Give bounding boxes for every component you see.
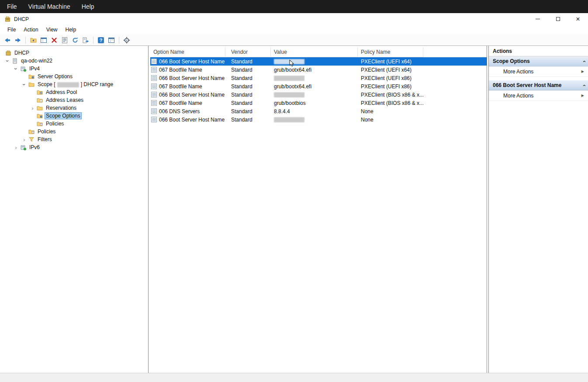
vendor-cell: Standard — [225, 59, 271, 65]
titlebar: DHCP × — [0, 13, 588, 25]
action-group-header-label: Scope Options — [493, 58, 530, 64]
expander-icon[interactable]: › — [21, 82, 28, 87]
vm-menubar: File Virtual Machine Help — [0, 0, 588, 13]
dhcp-root-icon — [4, 50, 12, 56]
delete-button[interactable] — [49, 35, 59, 45]
vm-menu-virtual-machine[interactable]: Virtual Machine — [23, 0, 76, 13]
option-name-cell: 066 Boot Server Host Name — [150, 92, 225, 98]
submenu-arrow-icon: ▶ — [581, 69, 584, 73]
tree-item-label: DHCP — [13, 49, 31, 56]
option-row[interactable]: 067 Bootfile Name Standard grub/bootx64.… — [150, 82, 487, 90]
collapse-chevron-icon[interactable]: › — [583, 58, 585, 65]
folder-up-icon — [30, 37, 37, 43]
expander-icon[interactable]: › — [29, 105, 36, 111]
value-cell: grub/bootx64.efi — [271, 83, 358, 90]
help-button[interactable]: ? — [96, 35, 106, 45]
close-icon: × — [576, 16, 580, 23]
option-row[interactable]: 067 Bootfile Name Standard grub/bootx64.… — [150, 66, 487, 74]
option-name-cell: 067 Bootfile Name — [150, 100, 225, 106]
tree-item-server-options[interactable]: Server Options — [0, 73, 148, 80]
refresh-button[interactable] — [70, 35, 80, 45]
vendor-cell: Standard — [225, 108, 271, 115]
address-leases-icon — [36, 97, 43, 103]
tree-item-ipv4-policies[interactable]: Policies — [0, 128, 148, 135]
tree-item-ipv4[interactable]: › IPv4 — [0, 65, 148, 73]
policy-name-cell: PXEClient (BIOS x86 & x... — [358, 100, 423, 106]
more-actions-item[interactable]: More Actions ▶ — [489, 90, 588, 101]
vm-menu-help[interactable]: Help — [76, 0, 100, 13]
show-console-tree-button[interactable] — [39, 35, 48, 45]
export-list-icon — [82, 37, 89, 44]
option-name-cell: 066 Boot Server Host Name — [150, 59, 225, 65]
forward-button[interactable] — [13, 35, 23, 45]
policies-folder-icon — [36, 121, 43, 126]
option-row[interactable]: 066 Boot Server Host Name Standard PXECl… — [150, 57, 487, 66]
console-window-button[interactable] — [107, 35, 116, 45]
back-button[interactable] — [3, 35, 12, 45]
tree-item-reservations[interactable]: › Reservations — [0, 104, 148, 112]
tree-item-label: Server Options — [36, 73, 74, 80]
vendor-cell: Standard — [225, 75, 271, 81]
svg-text:?: ? — [100, 38, 103, 43]
column-header-policy-name[interactable]: Policy Name — [358, 47, 423, 57]
expander-icon[interactable]: › — [13, 66, 19, 72]
close-button[interactable]: × — [568, 13, 588, 25]
option-name: 067 Bootfile Name — [159, 67, 202, 73]
collapse-chevron-icon[interactable]: › — [583, 82, 585, 89]
ipv6-icon — [19, 145, 27, 150]
option-row[interactable]: 066 Boot Server Host Name Standard None — [150, 115, 487, 124]
tree-item-filters[interactable]: › Filters — [0, 135, 148, 143]
forward-icon — [14, 37, 21, 44]
expander-icon[interactable]: › — [21, 137, 28, 142]
option-name: 006 DNS Servers — [159, 108, 200, 115]
menu-help[interactable]: Help — [62, 27, 80, 33]
tree-item-scope-policies[interactable]: Policies — [0, 120, 148, 128]
option-row[interactable]: 066 Boot Server Host Name Standard PXECl… — [150, 90, 487, 99]
window-title: DHCP — [14, 16, 29, 22]
tree-item-dhcp-root[interactable]: DHCP — [0, 49, 148, 57]
tree-item-address-leases[interactable]: Address Leases — [0, 96, 148, 104]
tree-item-server[interactable]: › qa-odc-win22 — [0, 57, 148, 65]
menu-file[interactable]: File — [3, 27, 20, 33]
column-header-value[interactable]: Value — [271, 47, 358, 57]
console-tree-icon — [40, 37, 47, 44]
list-header: Option Name Vendor Value Policy Name — [150, 47, 487, 57]
option-name: 066 Boot Server Host Name — [159, 92, 225, 98]
delete-icon — [51, 37, 58, 44]
expander-icon[interactable]: › — [13, 145, 19, 150]
action-group-gap — [489, 77, 588, 80]
action-group-header[interactable]: Scope Options › — [489, 56, 588, 66]
tree-item-scope[interactable]: › Scope [] DHCP range — [0, 80, 148, 88]
window-controls: × — [528, 13, 588, 25]
redacted-value — [274, 76, 304, 81]
tree-item-ipv6[interactable]: › IPv6 — [0, 143, 148, 151]
options-folder-icon — [28, 74, 35, 79]
option-name: 066 Boot Server Host Name — [159, 117, 225, 123]
tree-item-address-pool[interactable]: Address Pool — [0, 88, 148, 96]
action-group-header[interactable]: 066 Boot Server Host Name › — [489, 80, 588, 90]
submenu-arrow-icon: ▶ — [581, 94, 584, 97]
maximize-button[interactable] — [548, 13, 568, 25]
more-actions-item[interactable]: More Actions ▶ — [489, 66, 588, 77]
expander-icon[interactable]: › — [4, 58, 11, 64]
properties-button[interactable] — [60, 35, 69, 45]
export-list-button[interactable] — [81, 35, 90, 45]
menu-view[interactable]: View — [42, 27, 62, 33]
vm-menu-file[interactable]: File — [1, 0, 23, 13]
minimize-button[interactable] — [528, 13, 548, 25]
option-row[interactable]: 066 Boot Server Host Name Standard PXECl… — [150, 74, 487, 82]
option-row[interactable]: 067 Bootfile Name Standard grub/bootbios… — [150, 99, 487, 107]
column-header-vendor[interactable]: Vendor — [225, 47, 271, 57]
policy-name-cell: PXEClient (UEFI x64) — [358, 67, 423, 73]
menu-action[interactable]: Action — [20, 27, 42, 33]
option-name-cell: 066 Boot Server Host Name — [150, 117, 225, 123]
tree-item-scope-options[interactable]: Scope Options — [0, 112, 148, 120]
option-row[interactable]: 006 DNS Servers Standard 8.8.4.4 None — [150, 107, 487, 115]
redacted-value — [274, 59, 304, 64]
configure-button[interactable] — [122, 35, 131, 45]
option-name-cell: 067 Bootfile Name — [150, 83, 225, 90]
value-cell — [271, 117, 358, 123]
column-header-option-name[interactable]: Option Name — [150, 47, 225, 57]
tree-item-label: qa-odc-win22 — [20, 57, 54, 64]
up-one-level-button[interactable] — [28, 35, 38, 45]
